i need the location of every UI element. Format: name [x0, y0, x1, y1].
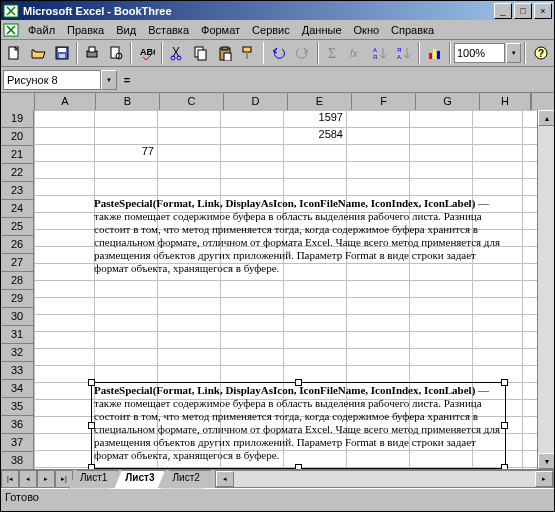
tab-prev-icon[interactable]: ◂	[19, 470, 37, 488]
svg-text:Σ: Σ	[328, 46, 336, 61]
menu-insert[interactable]: Вставка	[142, 22, 195, 38]
col-header[interactable]: H	[480, 93, 531, 111]
open-icon[interactable]	[27, 41, 50, 65]
format-painter-icon[interactable]	[237, 41, 260, 65]
selection-handle[interactable]	[88, 464, 95, 469]
sheet-tab[interactable]: Лист1	[69, 470, 118, 489]
row-header[interactable]: 26	[1, 236, 34, 254]
row-header[interactable]: 25	[1, 218, 34, 236]
scroll-right-icon[interactable]: ▸	[535, 471, 553, 487]
close-button[interactable]: ×	[534, 3, 552, 19]
cell-B21[interactable]: 77	[94, 145, 157, 157]
name-box[interactable]: Рисунок 8	[3, 70, 101, 90]
sheet-tab[interactable]: Лист3	[114, 470, 165, 489]
maximize-button[interactable]: □	[514, 3, 532, 19]
row-headers: 1920212223242526272829303132333435363738…	[1, 110, 34, 469]
row-header[interactable]: 19	[1, 110, 34, 128]
tab-first-icon[interactable]: |◂	[1, 470, 19, 488]
menu-data[interactable]: Данные	[296, 22, 348, 38]
svg-text:A: A	[397, 54, 401, 60]
row-header[interactable]: 37	[1, 434, 34, 452]
name-box-dropdown-icon[interactable]: ▼	[101, 70, 117, 90]
vertical-scrollbar[interactable]: ▲ ▼	[537, 110, 554, 469]
selection-handle[interactable]	[88, 422, 95, 429]
scroll-up-icon[interactable]: ▲	[538, 110, 554, 126]
menu-edit[interactable]: Правка	[61, 22, 110, 38]
zoom-input[interactable]: 100%	[454, 43, 505, 63]
cut-icon[interactable]	[166, 41, 189, 65]
cell-grid[interactable]: 1597258477PasteSpecial(Format, Link, Dis…	[34, 110, 537, 469]
save-icon[interactable]	[50, 41, 73, 65]
autosum-icon[interactable]: Σ	[322, 41, 345, 65]
menu-tools[interactable]: Сервис	[246, 22, 296, 38]
workbook-icon[interactable]	[3, 22, 19, 38]
row-header[interactable]: 24	[1, 200, 34, 218]
row-header[interactable]: 20	[1, 128, 34, 146]
text-object[interactable]: PasteSpecial(Format, Link, DisplayAsIcon…	[94, 197, 502, 275]
select-all-corner[interactable]	[1, 93, 35, 111]
horizontal-scrollbar[interactable]: ◂ ▸	[215, 470, 554, 488]
row-header[interactable]: 29	[1, 290, 34, 308]
col-header[interactable]: E	[288, 93, 352, 111]
selection-handle[interactable]	[501, 379, 508, 386]
sort-desc-icon[interactable]: ЯA	[393, 41, 416, 65]
selection-handle[interactable]	[501, 422, 508, 429]
col-header[interactable]: G	[416, 93, 480, 111]
row-header[interactable]: 27	[1, 254, 34, 272]
status-bar: Готово	[1, 488, 554, 511]
menu-file[interactable]: Файл	[22, 22, 61, 38]
cell-E20[interactable]: 2584	[283, 128, 346, 140]
row-header[interactable]: 31	[1, 326, 34, 344]
selection-box[interactable]	[91, 382, 506, 469]
formula-equals[interactable]: =	[117, 74, 137, 86]
help-icon[interactable]: ?	[529, 41, 552, 65]
tab-next-icon[interactable]: ▸	[37, 470, 55, 488]
col-header[interactable]: A	[35, 93, 96, 111]
menu-help[interactable]: Справка	[385, 22, 440, 38]
cell-E19[interactable]: 1597	[283, 111, 346, 123]
chart-icon[interactable]	[423, 41, 446, 65]
new-icon[interactable]	[3, 41, 26, 65]
row-header[interactable]: 30	[1, 308, 34, 326]
paste-icon[interactable]	[213, 41, 236, 65]
undo-icon[interactable]	[267, 41, 290, 65]
row-header[interactable]: 34	[1, 380, 34, 398]
row-header[interactable]: 28	[1, 272, 34, 290]
row-header[interactable]: 23	[1, 182, 34, 200]
copy-icon[interactable]	[190, 41, 213, 65]
col-header[interactable]: C	[160, 93, 224, 111]
tab-last-icon[interactable]: ▸|	[55, 470, 73, 488]
row-header[interactable]: 21	[1, 146, 34, 164]
scroll-down-icon[interactable]: ▼	[538, 453, 554, 469]
formula-bar: Рисунок 8 ▼ =	[1, 67, 554, 93]
row-header[interactable]: 35	[1, 398, 34, 416]
row-header[interactable]: 36	[1, 416, 34, 434]
selection-handle[interactable]	[295, 464, 302, 469]
col-header[interactable]: D	[224, 93, 288, 111]
print-icon[interactable]	[81, 41, 104, 65]
minimize-button[interactable]: _	[494, 3, 512, 19]
zoom-dropdown-icon[interactable]: ▼	[506, 43, 521, 63]
sort-asc-icon[interactable]: AЯ	[369, 41, 392, 65]
row-header[interactable]: 33	[1, 362, 34, 380]
row-header[interactable]: 32	[1, 344, 34, 362]
spell-icon[interactable]: ABC	[135, 41, 158, 65]
column-headers: ABCDEFGH	[1, 93, 554, 110]
row-header[interactable]: 22	[1, 164, 34, 182]
function-icon[interactable]: fx	[345, 41, 368, 65]
menu-view[interactable]: Вид	[110, 22, 142, 38]
redo-icon[interactable]	[291, 41, 314, 65]
col-header[interactable]: F	[352, 93, 416, 111]
col-header[interactable]: B	[96, 93, 160, 111]
selection-handle[interactable]	[501, 464, 508, 469]
menu-window[interactable]: Окно	[348, 22, 386, 38]
selection-handle[interactable]	[295, 379, 302, 386]
scroll-left-icon[interactable]: ◂	[216, 471, 234, 487]
row-header[interactable]: 38	[1, 452, 34, 469]
svg-text:?: ?	[538, 48, 544, 59]
sheet-tab[interactable]: Лист2	[161, 470, 210, 489]
svg-rect-7	[89, 47, 95, 52]
menu-format[interactable]: Формат	[195, 22, 246, 38]
preview-icon[interactable]	[105, 41, 128, 65]
selection-handle[interactable]	[88, 379, 95, 386]
